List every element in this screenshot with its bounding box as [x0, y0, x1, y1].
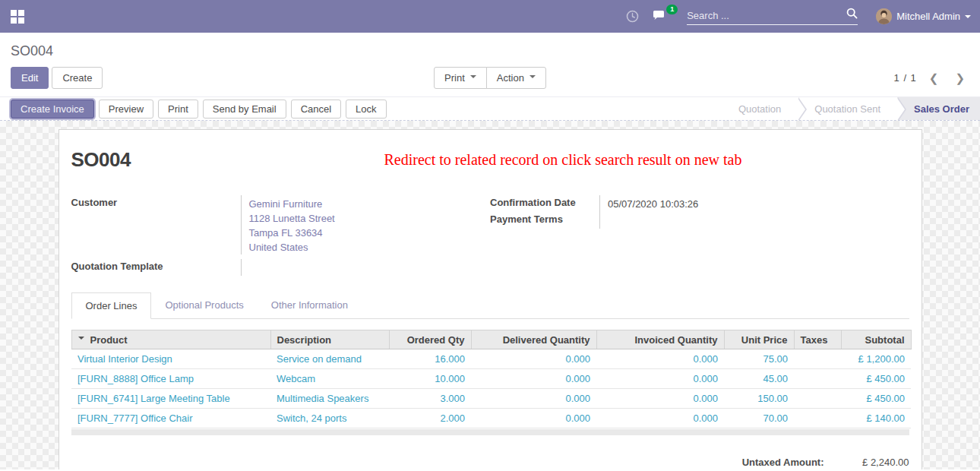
send-by-email-button[interactable]: Send by Email: [203, 100, 286, 119]
search-icon[interactable]: [846, 8, 858, 21]
chevron-down-icon: [965, 15, 971, 21]
cell-unit-price: 150.00: [724, 389, 794, 409]
chevron-down-icon: [530, 75, 536, 81]
table-header-row: Product Description Ordered Qty Delivere…: [71, 330, 911, 349]
cell-delivered-qty: 0.000: [471, 369, 596, 389]
column-header-product[interactable]: Product: [71, 330, 270, 349]
tab-optional-products[interactable]: Optional Products: [151, 292, 257, 318]
field-column-left: Customer Gemini Furniture 1128 Lunetta S…: [71, 195, 491, 276]
chevron-down-icon[interactable]: [78, 337, 84, 343]
statusbar-stages: Quotation Quotation Sent Sales Order: [722, 97, 980, 120]
pager-value: 1 / 1: [894, 72, 917, 84]
cell-delivered-qty: 0.000: [471, 349, 596, 369]
screen: 1 Mitchell Admin SO004 Edit Create: [0, 0, 980, 469]
payment-terms-label: Payment Terms: [490, 212, 600, 229]
cell-description: Switch, 24 ports: [270, 409, 389, 428]
search-input[interactable]: [687, 10, 846, 21]
cell-unit-price: 70.00: [724, 409, 794, 428]
statusbar: Create Invoice Preview Print Send by Ema…: [0, 96, 980, 121]
edit-button[interactable]: Edit: [11, 67, 49, 89]
cell-product: [FURN_7777] Office Chair: [71, 409, 270, 428]
column-header-delivered-qty[interactable]: Delivered Quantity: [471, 330, 596, 349]
cell-ordered-qty: 10.000: [389, 369, 471, 389]
confirmation-date-value: 05/07/2020 10:03:26: [600, 195, 698, 212]
field-row-payment-terms: Payment Terms: [490, 212, 909, 229]
cell-product: [FURN_6741] Large Meeting Table: [71, 389, 270, 409]
customer-value: Gemini Furniture 1128 Lunetta Street Tam…: [242, 195, 335, 254]
cell-subtotal: £ 1,200.00: [841, 349, 911, 369]
payment-terms-value[interactable]: [600, 212, 608, 229]
preview-button[interactable]: Preview: [99, 100, 153, 119]
cell-invoiced-qty: 0.000: [596, 349, 724, 369]
chevron-down-icon: [470, 75, 476, 81]
field-row-confirmation-date: Confirmation Date 05/07/2020 10:03:26: [490, 195, 909, 212]
tab-other-information[interactable]: Other Information: [258, 292, 362, 318]
create-button[interactable]: Create: [52, 67, 103, 89]
field-group: Customer Gemini Furniture 1128 Lunetta S…: [71, 195, 909, 276]
table-row[interactable]: Virtual Interior Design Service on deman…: [71, 349, 911, 369]
cp-center: Print Action: [330, 67, 650, 89]
cell-delivered-qty: 0.000: [471, 409, 596, 428]
search-box: [687, 8, 858, 25]
apps-grid-square: [18, 10, 24, 16]
print-button[interactable]: Print: [158, 100, 198, 119]
cell-subtotal: £ 140.00: [841, 409, 911, 428]
column-header-subtotal[interactable]: Subtotal: [841, 330, 911, 349]
user-name: Mitchell Admin: [896, 11, 960, 22]
cell-product: [FURN_8888] Office Lamp: [71, 369, 270, 389]
column-header-taxes[interactable]: Taxes: [794, 330, 841, 349]
field-row-customer: Customer Gemini Furniture 1128 Lunetta S…: [71, 195, 491, 254]
user-menu[interactable]: Mitchell Admin: [876, 8, 971, 24]
customer-city: Tampa FL 33634: [249, 226, 335, 240]
pager: 1 / 1 ❮ ❯: [650, 71, 969, 85]
quotation-template-value[interactable]: [242, 259, 249, 276]
messages-icon[interactable]: 1: [653, 10, 669, 23]
field-column-right: Confirmation Date 05/07/2020 10:03:26 Pa…: [490, 195, 909, 276]
cell-description: Service on demand: [270, 349, 389, 369]
stage-sales-order[interactable]: Sales Order: [897, 97, 980, 120]
stage-quotation[interactable]: Quotation: [722, 97, 798, 120]
table-row[interactable]: [FURN_6741] Large Meeting Table Multimed…: [71, 389, 911, 409]
table-row[interactable]: [FURN_8888] Office Lamp Webcam 10.000 0.…: [71, 369, 911, 389]
cell-description: Webcam: [270, 369, 389, 389]
cell-ordered-qty: 2.000: [389, 409, 471, 428]
column-header-ordered-qty[interactable]: Ordered Qty: [389, 330, 471, 349]
tab-order-lines[interactable]: Order Lines: [71, 292, 152, 319]
sheet-header: SO004 Redirect to related record on clic…: [71, 148, 909, 174]
cell-invoiced-qty: 0.000: [596, 369, 724, 389]
cell-ordered-qty: 16.000: [389, 349, 471, 369]
activities-clock-icon[interactable]: [626, 10, 639, 23]
cell-description: Multimedia Speakers: [270, 389, 389, 409]
create-invoice-button[interactable]: Create Invoice: [11, 100, 94, 119]
cancel-button[interactable]: Cancel: [291, 100, 341, 119]
apps-menu-icon[interactable]: [11, 10, 24, 24]
pager-next-button[interactable]: ❯: [950, 71, 969, 85]
column-header-label: Product: [90, 334, 128, 346]
table-row[interactable]: [FURN_7777] Office Chair Switch, 24 port…: [71, 409, 911, 428]
cp-left: Edit Create: [11, 67, 330, 89]
action-menu-button[interactable]: Action: [486, 67, 546, 89]
print-menu-button[interactable]: Print: [434, 67, 487, 89]
control-panel: SO004 Edit Create Print Action 1 / 1 ❮ ❯: [0, 33, 980, 96]
field-row-quotation-template: Quotation Template: [71, 259, 491, 276]
stage-quotation-sent[interactable]: Quotation Sent: [798, 97, 897, 120]
confirmation-date-label: Confirmation Date: [490, 195, 600, 212]
untaxed-amount-value: £ 2,240.00: [824, 457, 909, 468]
lock-button[interactable]: Lock: [346, 100, 386, 119]
cell-product: Virtual Interior Design: [71, 349, 270, 369]
cell-unit-price: 45.00: [724, 369, 794, 389]
column-header-unit-price[interactable]: Unit Price: [724, 330, 794, 349]
control-panel-buttons: Edit Create Print Action 1 / 1 ❮ ❯: [11, 67, 969, 89]
cell-ordered-qty: 3.000: [389, 389, 471, 409]
customer-name-link[interactable]: Gemini Furniture: [249, 197, 335, 211]
column-header-invoiced-qty[interactable]: Invoiced Quantity: [596, 330, 724, 349]
cell-subtotal: £ 450.00: [841, 369, 911, 389]
cell-taxes: [794, 389, 841, 409]
customer-label: Customer: [71, 195, 242, 254]
topbar-right: 1 Mitchell Admin: [626, 8, 971, 25]
apps-grid-square: [11, 17, 17, 24]
untaxed-amount-label: Untaxed Amount:: [742, 457, 824, 468]
column-header-description[interactable]: Description: [270, 330, 389, 349]
pager-previous-button[interactable]: ❮: [925, 71, 944, 85]
breadcrumb: SO004: [11, 43, 969, 59]
